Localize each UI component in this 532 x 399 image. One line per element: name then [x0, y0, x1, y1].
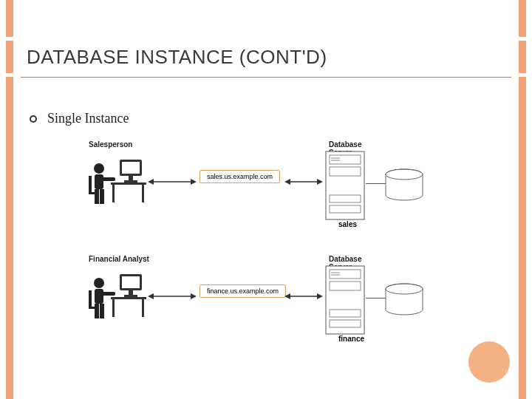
- svg-rect-35: [142, 299, 144, 317]
- svg-marker-48: [317, 293, 323, 299]
- svg-rect-12: [89, 176, 92, 194]
- svg-rect-3: [124, 180, 137, 183]
- server-icon: [325, 151, 365, 223]
- diagram-row-finance: Financial Analyst finance.us.example.com: [81, 255, 466, 347]
- svg-marker-16: [191, 179, 197, 185]
- svg-rect-49: [326, 266, 364, 334]
- svg-rect-31: [129, 290, 133, 295]
- bullet-text: Single Instance: [47, 111, 129, 126]
- arrow-icon: [284, 290, 323, 303]
- svg-rect-33: [111, 297, 146, 299]
- workstation-icon: [89, 273, 146, 324]
- server-caption: sales: [338, 220, 357, 228]
- database-icon: [384, 168, 424, 204]
- title-underline: [21, 77, 511, 78]
- workstation-icon: [89, 158, 146, 210]
- svg-rect-40: [100, 304, 104, 318]
- svg-rect-5: [112, 185, 115, 202]
- svg-rect-37: [95, 289, 103, 304]
- db-link: [366, 183, 386, 184]
- bidir-arrow-icon: [148, 175, 197, 188]
- server-icon: [325, 265, 365, 338]
- svg-rect-6: [142, 185, 144, 202]
- svg-marker-45: [191, 293, 197, 299]
- arrow-icon: [284, 175, 323, 188]
- svg-point-7: [94, 163, 104, 174]
- svg-rect-41: [89, 290, 92, 308]
- svg-rect-39: [95, 304, 99, 318]
- svg-rect-11: [100, 189, 104, 204]
- corner-accent-circle: [468, 341, 510, 383]
- svg-rect-42: [89, 307, 99, 309]
- host-label: sales.us.example.com: [200, 170, 280, 183]
- svg-rect-1: [122, 162, 140, 174]
- slide-title: DATABASE INSTANCE (CONT'D): [27, 46, 327, 69]
- svg-marker-18: [284, 179, 290, 185]
- bidir-arrow-icon: [148, 290, 197, 303]
- svg-rect-34: [112, 299, 115, 317]
- right-accent: [519, 0, 526, 399]
- svg-rect-38: [102, 292, 115, 296]
- server-caption: finance: [338, 335, 364, 343]
- role-label: Financial Analyst: [89, 255, 149, 263]
- svg-rect-13: [89, 192, 99, 194]
- svg-rect-30: [122, 276, 140, 288]
- svg-marker-19: [317, 179, 323, 185]
- bullet-icon: [30, 115, 37, 123]
- role-label: Salesperson: [89, 140, 132, 149]
- svg-marker-15: [148, 179, 154, 185]
- bullet-item: Single Instance: [30, 111, 129, 126]
- db-link: [366, 298, 386, 299]
- svg-rect-8: [95, 174, 103, 189]
- svg-rect-4: [111, 183, 146, 185]
- svg-rect-20: [326, 151, 364, 219]
- database-icon: [384, 283, 424, 318]
- svg-marker-47: [284, 293, 290, 299]
- svg-rect-32: [124, 295, 137, 297]
- svg-rect-10: [95, 189, 99, 204]
- svg-rect-2: [129, 176, 133, 180]
- diagram-row-sales: Salesperson sales.u: [81, 140, 466, 233]
- svg-marker-44: [148, 293, 154, 299]
- left-accent: [6, 0, 13, 399]
- svg-point-36: [94, 278, 104, 288]
- host-label: finance.us.example.com: [200, 284, 286, 298]
- svg-rect-9: [102, 177, 115, 181]
